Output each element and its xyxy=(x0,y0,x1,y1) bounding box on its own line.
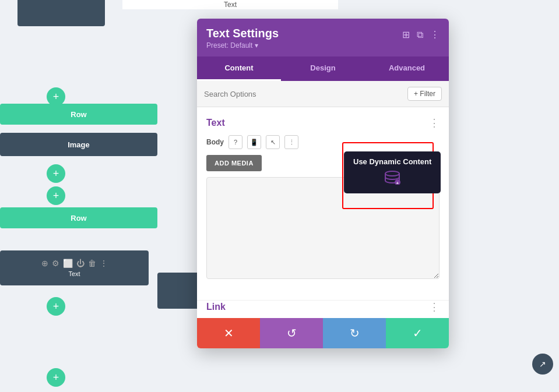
add-media-button[interactable]: ADD MEDIA xyxy=(206,155,262,171)
modal-footer: ✕ ↺ ↻ ✓ xyxy=(197,318,449,348)
link-section-menu-icon[interactable]: ⋮ xyxy=(429,301,440,313)
modal-body: Text ⋮ Body ? 📱 ↖ ⋮ ADD MEDIA xyxy=(197,107,449,300)
help-fab-icon: ↗ xyxy=(539,359,546,369)
cursor-icon-btn[interactable]: ↖ xyxy=(266,135,280,149)
filter-button[interactable]: + Filter xyxy=(407,87,442,101)
text-section-title: Text xyxy=(206,118,225,128)
dynamic-content-icon[interactable]: + xyxy=(353,171,431,188)
settings-icon[interactable]: ⚙ xyxy=(52,259,59,268)
text-module-bar: ⊕ ⚙ ⬜ ⏻ 🗑 ⋮ Text xyxy=(0,250,149,285)
body-label-row: Body ? 📱 ↖ ⋮ xyxy=(206,135,440,149)
modal-title: Text Settings xyxy=(206,27,279,40)
more-body-icon-btn[interactable]: ⋮ xyxy=(284,135,298,149)
undo-button[interactable]: ↺ xyxy=(260,318,323,348)
add-circle-2[interactable]: + xyxy=(47,164,65,183)
left-panel: + Row Image + + Row ⊕ ⚙ ⬜ ⏻ 🗑 ⋮ Text + + xyxy=(0,0,157,392)
add-circle-3[interactable]: + xyxy=(47,186,65,205)
modal-header: Text Settings Preset: Default ▾ ⊞ ⧉ ⋮ xyxy=(197,19,449,56)
copy-icon[interactable]: ⬜ xyxy=(63,259,73,268)
text-section-header: Text ⋮ xyxy=(206,116,440,129)
help-fab[interactable]: ↗ xyxy=(532,354,553,375)
trash-icon[interactable]: 🗑 xyxy=(88,259,96,268)
modal-header-left: Text Settings Preset: Default ▾ xyxy=(206,27,279,50)
move-icon[interactable]: ⊕ xyxy=(41,259,48,268)
modal-header-icons: ⊞ ⧉ ⋮ xyxy=(402,29,440,40)
fullscreen-icon[interactable]: ⊞ xyxy=(402,29,410,40)
body-label: Body xyxy=(206,138,224,146)
link-section: Link ⋮ xyxy=(197,300,449,318)
redo-button[interactable]: ↻ xyxy=(323,318,386,348)
more-options-icon[interactable]: ⋮ xyxy=(430,29,440,40)
columns-icon[interactable]: ⧉ xyxy=(417,30,423,40)
modal-tabs: Content Design Advanced xyxy=(197,56,449,81)
text-module-icons: ⊕ ⚙ ⬜ ⏻ 🗑 ⋮ xyxy=(41,259,108,268)
modal-preset[interactable]: Preset: Default ▾ xyxy=(206,41,279,50)
save-button[interactable]: ✓ xyxy=(386,318,449,348)
tooltip-box: Use Dynamic Content + xyxy=(344,151,441,193)
link-section-title: Link xyxy=(206,302,226,312)
cancel-button[interactable]: ✕ xyxy=(197,318,260,348)
row-bar-1[interactable]: Row xyxy=(0,104,157,125)
tooltip-text: Use Dynamic Content xyxy=(353,157,431,166)
row-bar-2[interactable]: Row xyxy=(0,207,157,228)
text-label-top: Text xyxy=(122,0,338,9)
tab-advanced[interactable]: Advanced xyxy=(365,56,449,81)
add-circle-5[interactable]: + xyxy=(47,368,65,387)
image-bar: Image xyxy=(0,133,157,156)
search-input[interactable] xyxy=(204,90,407,98)
add-circle-4[interactable]: + xyxy=(47,297,65,316)
svg-point-0 xyxy=(385,171,399,176)
svg-text:+: + xyxy=(396,181,399,185)
more-icon[interactable]: ⋮ xyxy=(100,259,108,268)
text-section-menu-icon[interactable]: ⋮ xyxy=(429,116,440,129)
modal-search-bar: + Filter xyxy=(197,81,449,107)
mobile-icon-btn[interactable]: 📱 xyxy=(247,135,261,149)
tooltip-overlay: Use Dynamic Content + xyxy=(344,151,441,193)
tab-design[interactable]: Design xyxy=(281,56,365,81)
top-dark-bar xyxy=(17,0,105,26)
tab-content[interactable]: Content xyxy=(197,56,281,81)
power-icon[interactable]: ⏻ xyxy=(76,259,85,268)
help-icon-btn[interactable]: ? xyxy=(228,135,242,149)
